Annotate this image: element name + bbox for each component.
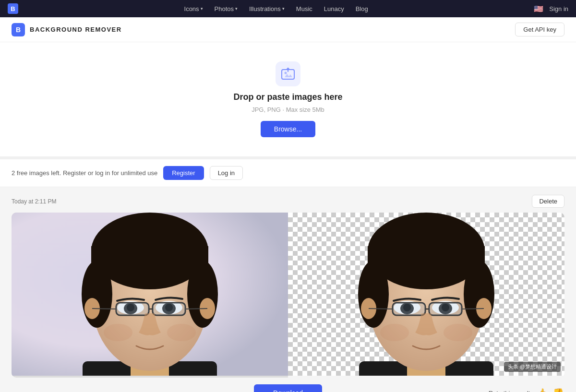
login-button[interactable]: Log in: [210, 166, 243, 180]
original-person-svg: [12, 213, 288, 376]
top-nav: B Icons ▾ Photos ▾ Illustrations ▾ Music…: [0, 0, 576, 17]
delete-button[interactable]: Delete: [532, 195, 564, 208]
browse-button[interactable]: Browse...: [261, 121, 315, 137]
actions-row: Download Rate this result: 👍 👎: [12, 384, 564, 392]
thumbs-down-button[interactable]: 👎: [552, 387, 564, 392]
svg-point-51: [380, 324, 409, 341]
language-flag-icon[interactable]: 🇺🇸: [534, 4, 543, 13]
free-images-text: 2 free images left. Register or log in f…: [12, 169, 157, 177]
upload-subtitle: JPG, PNG · Max size 5Mb: [252, 106, 324, 113]
svg-line-47: [369, 309, 393, 309]
upload-image-icon: [281, 67, 295, 81]
brand-name: BACKGROUND REMOVER: [30, 26, 122, 33]
upload-section: Drop or paste images here JPG, PNG · Max…: [0, 42, 576, 159]
nav-icons-link[interactable]: Icons ▾: [180, 3, 208, 14]
svg-line-23: [185, 309, 207, 309]
chevron-down-icon: ▾: [282, 6, 285, 11]
api-key-button[interactable]: Get API key: [515, 23, 564, 36]
svg-point-10: [187, 261, 218, 328]
header-bar: B BACKGROUND REMOVER Get API key: [0, 17, 576, 42]
upload-title: Drop or paste images here: [233, 92, 342, 102]
result-meta: Today at 2:11 PM Delete: [12, 195, 564, 208]
brand-icon: B: [12, 23, 25, 36]
nav-blog-link[interactable]: Blog: [351, 3, 373, 14]
upload-box: Drop or paste images here JPG, PNG · Max…: [233, 61, 342, 137]
svg-point-52: [444, 324, 472, 341]
nav-music-link[interactable]: Music: [291, 3, 317, 14]
original-image: [12, 213, 288, 378]
chevron-down-icon: ▾: [201, 6, 203, 11]
svg-point-26: [104, 324, 132, 341]
svg-point-27: [167, 324, 196, 341]
nav-photos-link[interactable]: Photos ▾: [210, 3, 242, 14]
svg-rect-25: [153, 303, 185, 315]
upload-icon-wrap: [276, 61, 300, 86]
actions-right: Rate this result: 👍 👎: [322, 387, 564, 392]
result-image: 头条 @梦想精通设计: [288, 213, 564, 378]
sign-in-link[interactable]: Sign in: [549, 5, 568, 12]
results-section: Today at 2:11 PM Delete: [0, 187, 576, 392]
result-timestamp: Today at 2:11 PM: [12, 198, 56, 205]
svg-point-1: [284, 72, 287, 74]
top-nav-links: Icons ▾ Photos ▾ Illustrations ▾ Music L…: [180, 3, 373, 14]
svg-point-9: [82, 261, 112, 328]
top-nav-logo: B: [8, 3, 18, 14]
brand: B BACKGROUND REMOVER: [12, 23, 122, 36]
svg-line-22: [92, 309, 116, 309]
svg-rect-24: [116, 303, 149, 315]
checkerboard-bg: 头条 @梦想精通设计: [288, 213, 564, 376]
nav-illustrations-link[interactable]: Illustrations ▾: [244, 3, 289, 14]
svg-line-48: [462, 309, 484, 309]
svg-point-34: [358, 261, 389, 328]
register-button[interactable]: Register: [163, 166, 204, 180]
chevron-down-icon: ▾: [235, 6, 238, 11]
svg-rect-50: [429, 303, 462, 315]
top-nav-right: 🇺🇸 Sign in: [534, 4, 568, 13]
thumbs-up-button[interactable]: 👍: [536, 387, 548, 392]
result-person-svg: [288, 213, 564, 376]
images-row: 头条 @梦想精通设计: [12, 213, 564, 378]
nav-lunacy-link[interactable]: Lunacy: [319, 3, 349, 14]
info-bar: 2 free images left. Register or log in f…: [0, 159, 576, 187]
download-button[interactable]: Download: [254, 384, 322, 392]
svg-rect-49: [393, 303, 425, 315]
svg-point-35: [464, 261, 494, 328]
nav-logo-icon: B: [8, 3, 18, 14]
rate-text: Rate this result:: [489, 390, 532, 392]
